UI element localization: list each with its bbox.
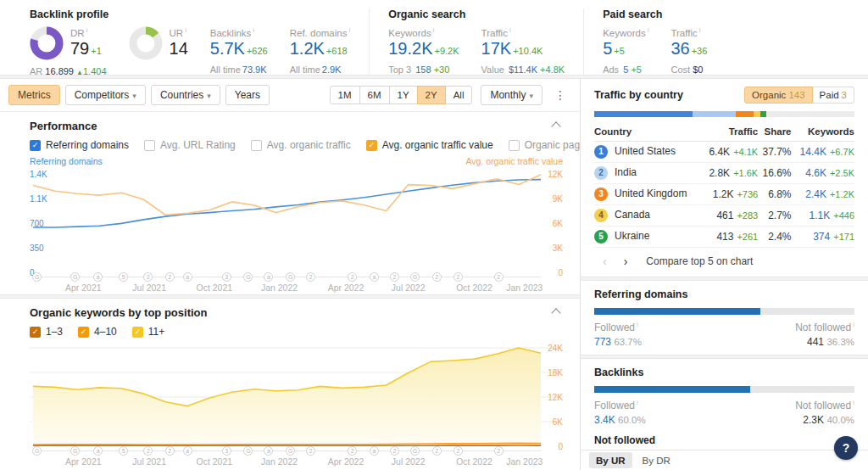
google-update-marker[interactable]: 2: [432, 272, 442, 282]
google-update-marker[interactable]: 2: [453, 446, 463, 456]
prev-page-icon[interactable]: ‹: [594, 255, 615, 268]
share-bar-segment: [594, 111, 693, 117]
position-toggle-4-10[interactable]: ✓4–10: [78, 326, 117, 338]
google-update-marker[interactable]: 2: [390, 272, 399, 282]
google-update-marker[interactable]: 2: [143, 272, 153, 282]
range-1y[interactable]: 1Y: [389, 86, 418, 104]
column-header-country[interactable]: Country: [594, 123, 701, 142]
x-axis-tick: Jul 2021: [132, 283, 166, 293]
google-update-marker[interactable]: a: [183, 446, 192, 456]
keywords-link[interactable]: 374: [813, 231, 830, 243]
panel-title: Backlinks: [594, 366, 854, 378]
google-update-marker[interactable]: 2: [306, 272, 315, 282]
share-bar-segment: [736, 111, 754, 117]
google-update-marker[interactable]: G: [70, 272, 80, 282]
metric-toggle-avg-organic-traffic[interactable]: Avg. organic traffic: [251, 139, 351, 151]
column-header-traffic[interactable]: Traffic: [701, 123, 758, 142]
position-toggle-11[interactable]: ✓11+: [132, 326, 164, 338]
google-update-marker[interactable]: a: [183, 272, 192, 282]
followed-ratio-bar: [594, 308, 854, 315]
rank-badge: 3: [594, 187, 608, 201]
collapse-chevron-icon[interactable]: [551, 121, 560, 131]
google-update-marker[interactable]: G: [70, 446, 80, 456]
country-name[interactable]: Canada: [615, 209, 650, 221]
country-name[interactable]: India: [615, 166, 637, 178]
performance-plot[interactable]: 1.4K1.1K700350012K9K6K3K0: [30, 167, 563, 272]
x-axis-tick: Jan 2023: [506, 456, 542, 467]
followed-count-link[interactable]: 3.4K: [594, 414, 615, 426]
range-6m[interactable]: 6M: [359, 86, 390, 104]
more-menu-icon[interactable]: ⋮: [551, 88, 570, 102]
google-update-marker[interactable]: 2: [494, 272, 504, 282]
google-update-marker[interactable]: G: [410, 446, 420, 456]
google-update-marker[interactable]: 2: [348, 272, 357, 282]
range-all[interactable]: All: [445, 86, 473, 104]
google-update-marker[interactable]: a: [264, 446, 273, 456]
google-update-marker[interactable]: 2: [348, 446, 357, 456]
country-name[interactable]: United States: [615, 145, 676, 157]
google-update-marker[interactable]: 5: [119, 272, 128, 282]
google-update-marker[interactable]: 2: [143, 446, 153, 456]
google-update-marker[interactable]: a: [93, 272, 103, 282]
collapse-chevron-icon[interactable]: [551, 308, 560, 317]
x-axis-tick: Apr 2021: [65, 456, 102, 467]
keywords-link[interactable]: 2.4K: [805, 188, 826, 200]
tab-metrics[interactable]: Metrics: [8, 85, 60, 105]
compare-top5-link[interactable]: Compare top 5 on chart: [646, 255, 753, 267]
organic-filter-button[interactable]: Organic143: [744, 87, 812, 104]
footer-tab-by-ur[interactable]: By UR: [589, 452, 632, 468]
range-2y[interactable]: 2Y: [417, 86, 446, 104]
granularity-dropdown[interactable]: Monthly▾: [481, 85, 542, 105]
next-page-icon[interactable]: ›: [615, 255, 637, 268]
google-update-marker[interactable]: 2: [453, 272, 463, 282]
footer-tab-by-dr[interactable]: By DR: [636, 452, 677, 468]
google-update-marker[interactable]: a: [370, 446, 379, 456]
keywords-plot[interactable]: 24K18K12K6K0: [30, 341, 563, 446]
section-title: Backlink profile: [30, 8, 350, 20]
column-header-share[interactable]: Share: [758, 123, 791, 142]
google-update-marker[interactable]: G: [286, 446, 295, 456]
keywords-link[interactable]: 14.4K: [800, 146, 826, 158]
country-name[interactable]: Ukraine: [615, 230, 649, 242]
keywords-link[interactable]: 1.1K: [810, 210, 831, 221]
y-axis-tick: 24K: [541, 344, 563, 353]
google-update-marker[interactable]: 3: [222, 272, 231, 282]
column-header-keywords[interactable]: Keywords: [792, 123, 854, 142]
google-update-marker[interactable]: 3: [222, 446, 231, 456]
google-update-marker[interactable]: 2: [165, 446, 175, 456]
google-update-marker[interactable]: G: [286, 272, 295, 282]
google-update-marker[interactable]: 2: [165, 272, 175, 282]
google-update-marker[interactable]: G: [410, 272, 420, 282]
help-button[interactable]: ?: [834, 436, 858, 460]
metric-toggle-avg-url-rating[interactable]: Avg. URL Rating: [144, 139, 236, 151]
section-title: Organic search: [388, 8, 565, 20]
google-update-marker[interactable]: a: [93, 446, 103, 456]
tab-years[interactable]: Years: [225, 85, 270, 105]
followed-count-link[interactable]: 773: [594, 336, 611, 348]
tab-countries[interactable]: Countries▾: [151, 85, 220, 105]
paid-filter-button[interactable]: Paid3: [812, 87, 854, 104]
google-update-marker[interactable]: G: [32, 446, 42, 456]
google-update-marker[interactable]: 2: [432, 446, 442, 456]
google-update-marker[interactable]: a: [370, 272, 379, 282]
position-toggle-1-3[interactable]: ✓1–3: [30, 326, 63, 338]
metric-toggle-organic-pages[interactable]: Organic pages: [509, 139, 591, 151]
country-table-body: 1United States6.4K+4.1K37.7%14.4K+6.7K2I…: [594, 142, 854, 248]
google-update-marker[interactable]: 2: [494, 446, 504, 456]
google-update-marker[interactable]: G: [243, 272, 253, 282]
organic-keywords-metric: Keywords 19.2K+9.2K Top 3 158 +30: [388, 26, 459, 75]
google-update-marker[interactable]: 2: [306, 446, 315, 456]
metric-toggle-avg-organic-traffic-value[interactable]: ✓Avg. organic traffic value: [366, 139, 493, 151]
country-name[interactable]: United Kingdom: [615, 187, 687, 199]
google-update-marker[interactable]: a: [264, 272, 273, 282]
range-1m[interactable]: 1M: [330, 86, 360, 104]
metric-toggle-referring-domains[interactable]: ✓Referring domains: [30, 139, 129, 151]
keywords-link[interactable]: 4.6K: [805, 167, 826, 179]
google-update-marker[interactable]: G: [243, 446, 253, 456]
google-update-marker[interactable]: G: [32, 272, 42, 282]
google-update-marker[interactable]: 5: [119, 446, 128, 456]
tab-competitors[interactable]: Competitors▾: [65, 85, 146, 105]
toolbar: MetricsCompetitors▾Countries▾Years 1M6M1…: [0, 79, 580, 112]
google-update-marker[interactable]: 2: [390, 446, 399, 456]
performance-title: Performance: [30, 120, 97, 132]
